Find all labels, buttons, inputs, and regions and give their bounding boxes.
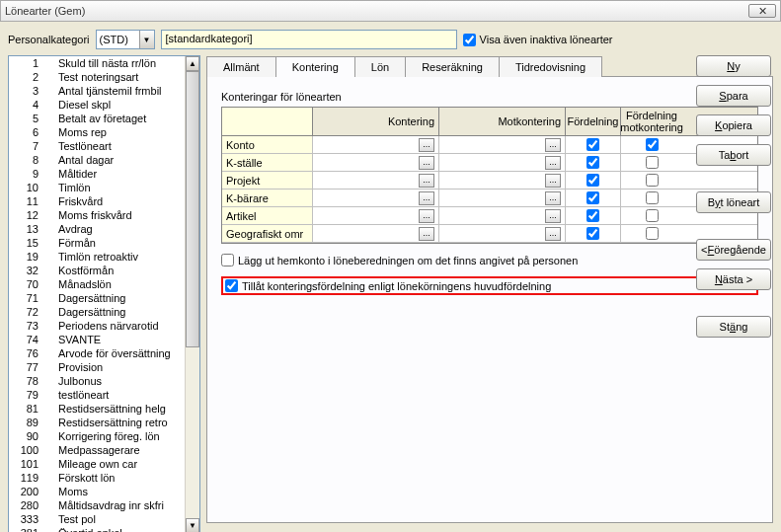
ellipsis-button[interactable]: ...	[419, 227, 434, 241]
list-item[interactable]: 90Korrigering föreg. lön	[9, 429, 185, 443]
fordelning-mot-checkbox[interactable]	[646, 191, 659, 204]
close-button[interactable]: ✕	[748, 4, 776, 18]
tab-lon[interactable]: Lön	[354, 56, 406, 77]
list-item[interactable]: 381Övertid enkel	[9, 526, 185, 532]
ellipsis-button[interactable]: ...	[545, 156, 561, 170]
ellipsis-button[interactable]: ...	[419, 191, 434, 205]
tab-tidredovisning[interactable]: Tidredovisning	[499, 56, 602, 77]
list-item[interactable]: 32Kostförmån	[9, 264, 185, 277]
fordelning-mot-checkbox[interactable]	[646, 227, 659, 240]
ellipsis-button[interactable]: ...	[419, 138, 434, 152]
list-item[interactable]: 13Avdrag	[9, 222, 185, 236]
list-item[interactable]: 81Restidsersättning helg	[9, 402, 185, 416]
list-item[interactable]: 15Förmån	[9, 236, 185, 250]
fordelning-checkbox[interactable]	[586, 138, 599, 151]
ellipsis-button[interactable]: ...	[419, 209, 434, 223]
fordelning-mot-checkbox[interactable]	[646, 174, 659, 187]
ellipsis-button[interactable]: ...	[545, 227, 561, 241]
kontering-cell[interactable]: ...	[313, 207, 439, 224]
list-item[interactable]: 78Julbonus	[9, 374, 185, 388]
motkontering-cell[interactable]: ...	[439, 136, 566, 153]
fordelning-mot-checkbox[interactable]	[646, 209, 659, 222]
list-item[interactable]: 19Timlön retroaktiv	[9, 250, 185, 264]
fordelning-mot-checkbox[interactable]	[646, 138, 659, 151]
tab-allmant[interactable]: Allmänt	[206, 56, 276, 77]
list-item[interactable]: 71Dagersättning	[9, 291, 185, 305]
list-item[interactable]: 70Månadslön	[9, 277, 185, 291]
fordelning-checkbox[interactable]	[586, 191, 599, 204]
fordelning-checkbox[interactable]	[586, 209, 599, 222]
show-inactive-checkbox[interactable]	[463, 34, 476, 46]
col-kontering: Kontering	[313, 108, 439, 135]
motkontering-cell[interactable]: ...	[439, 207, 566, 224]
tab-panel: Konteringar för lönearten Kontering Motk…	[206, 76, 773, 523]
ellipsis-button[interactable]: ...	[419, 156, 434, 170]
highlighted-option: Tillåt konteringsfördelning enligt lönek…	[221, 276, 758, 295]
kontering-cell[interactable]: ...	[313, 154, 439, 171]
tabort-button[interactable]: Ta bort	[696, 144, 771, 166]
list-item[interactable]: 8Antal dagar	[9, 153, 185, 167]
list-item[interactable]: 7Testlöneart	[9, 139, 185, 153]
list-item[interactable]: 10Timlön	[9, 181, 185, 194]
chevron-down-icon[interactable]: ▼	[139, 31, 154, 48]
grid-title: Konteringar för lönearten	[221, 91, 758, 103]
list-item[interactable]: 4Diesel skpl	[9, 98, 185, 112]
loneart-listbox[interactable]: 1Skuld till nästa rr/lön2Test noteringsa…	[8, 55, 200, 532]
ellipsis-button[interactable]: ...	[545, 174, 561, 188]
fordelning-checkbox[interactable]	[586, 227, 599, 240]
kontering-cell[interactable]: ...	[313, 225, 439, 242]
list-item[interactable]: 3Antal tjänstemil frmbil	[9, 84, 185, 98]
ellipsis-button[interactable]: ...	[545, 191, 561, 205]
scrollbar[interactable]: ▲ ▼	[185, 56, 199, 532]
col-motkontering: Motkontering	[439, 108, 566, 135]
list-item[interactable]: 76Arvode för översättning	[9, 346, 185, 360]
motkontering-cell[interactable]: ...	[439, 172, 566, 189]
tab-kontering[interactable]: Kontering	[275, 56, 355, 77]
hemkonto-checkbox[interactable]	[221, 254, 234, 266]
list-item[interactable]: 74SVANTE	[9, 333, 185, 346]
list-item[interactable]: 6Moms rep	[9, 125, 185, 139]
scroll-up-icon[interactable]: ▲	[186, 56, 199, 71]
list-item[interactable]: 73Periodens närvarotid	[9, 319, 185, 333]
fordelning-mot-checkbox[interactable]	[646, 156, 659, 169]
fordelning-checkbox[interactable]	[586, 156, 599, 169]
kontering-cell[interactable]: ...	[313, 172, 439, 189]
motkontering-cell[interactable]: ...	[439, 154, 566, 171]
list-item[interactable]: 79testlöneart	[9, 388, 185, 402]
list-item[interactable]: 9Måltider	[9, 167, 185, 181]
kontering-cell[interactable]: ...	[313, 190, 439, 206]
list-item[interactable]: 77Provision	[9, 360, 185, 374]
list-item[interactable]: 72Dagersättning	[9, 305, 185, 319]
foregaende-button[interactable]: < Föregående	[696, 239, 771, 261]
list-item[interactable]: 100Medpassagerare	[9, 443, 185, 457]
kopiera-button[interactable]: Kopiera	[696, 114, 771, 136]
motkontering-cell[interactable]: ...	[439, 190, 566, 206]
list-item[interactable]: 333Test pol	[9, 512, 185, 526]
list-item[interactable]: 280Måltidsavdrag inr skfri	[9, 498, 185, 512]
ellipsis-button[interactable]: ...	[419, 174, 434, 188]
personalkategori-dropdown[interactable]: (STD) ▼	[96, 30, 155, 49]
fordelning-checkbox[interactable]	[586, 174, 599, 187]
list-item[interactable]: 119Förskott lön	[9, 471, 185, 485]
scroll-thumb[interactable]	[186, 71, 199, 347]
ellipsis-button[interactable]: ...	[545, 209, 561, 223]
ellipsis-button[interactable]: ...	[545, 138, 561, 152]
motkontering-cell[interactable]: ...	[439, 225, 566, 242]
ny-button[interactable]: Ny	[696, 55, 771, 77]
list-item[interactable]: 5Betalt av företaget	[9, 112, 185, 125]
scroll-down-icon[interactable]: ▼	[186, 518, 199, 532]
tab-reserakning[interactable]: Reseräkning	[405, 56, 500, 77]
list-item[interactable]: 2Test noteringsart	[9, 70, 185, 84]
list-item[interactable]: 200Moms	[9, 485, 185, 498]
spara-button[interactable]: Spara	[696, 85, 771, 107]
nasta-button[interactable]: Nästa >	[696, 268, 771, 290]
list-item[interactable]: 89Restidsersättning retro	[9, 416, 185, 429]
tillat-checkbox[interactable]	[225, 279, 238, 292]
stang-button[interactable]: Stäng	[696, 316, 771, 338]
kontering-cell[interactable]: ...	[313, 136, 439, 153]
list-item[interactable]: 101Mileage own car	[9, 457, 185, 471]
list-item[interactable]: 12Moms friskvård	[9, 208, 185, 222]
list-item[interactable]: 11Friskvård	[9, 194, 185, 208]
list-item[interactable]: 1Skuld till nästa rr/lön	[9, 56, 185, 70]
bytloneart-button[interactable]: Byt löneart	[696, 191, 771, 213]
